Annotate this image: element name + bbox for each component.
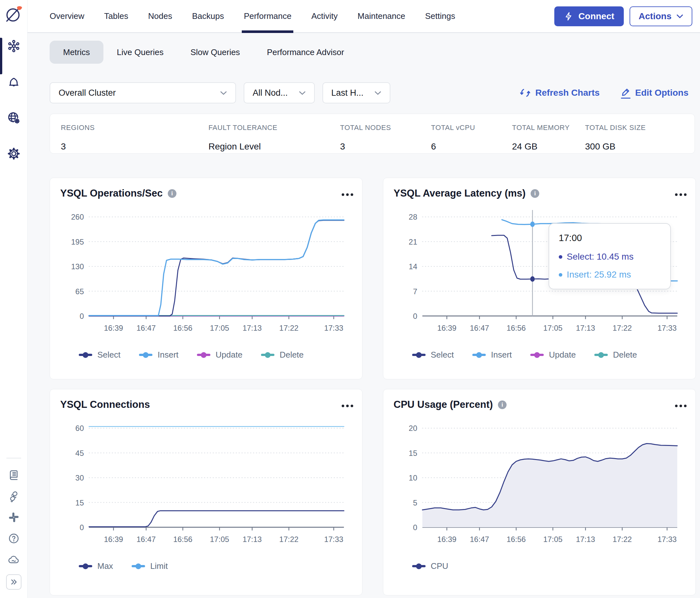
nodes-select-dropdown[interactable]: All Nod... <box>244 82 315 103</box>
tooltip-entry-text: Insert: 25.92 ms <box>567 269 631 280</box>
refresh-charts-label: Refresh Charts <box>535 88 600 98</box>
legend-label: Update <box>216 350 243 360</box>
subtab-live-queries[interactable]: Live Queries <box>103 41 177 64</box>
subtab-performance-advisor[interactable]: Performance Advisor <box>253 41 357 64</box>
chart-plot-area[interactable]: 0714212816:3916:4716:5617:0517:1317:2217… <box>394 206 685 343</box>
legend-item-delete[interactable]: Delete <box>594 350 637 360</box>
refresh-charts-link[interactable]: Refresh Charts <box>520 87 600 98</box>
actions-button[interactable]: Actions <box>629 6 692 26</box>
tab-settings[interactable]: Settings <box>425 0 455 32</box>
info-icon[interactable] <box>531 189 539 198</box>
chart-plot-area[interactable]: 01530456016:3916:4716:5617:0517:1317:221… <box>60 417 352 554</box>
svg-text:130: 130 <box>71 262 84 271</box>
connect-button[interactable]: Connect <box>554 6 624 26</box>
topbar-actions: Connect Actions <box>554 6 692 26</box>
cluster-select-value: Overall Cluster <box>58 88 116 98</box>
tab-performance[interactable]: Performance <box>244 0 292 32</box>
connect-button-label: Connect <box>578 11 614 22</box>
tab-nodes[interactable]: Nodes <box>148 0 172 32</box>
chart-svg: 06513019526016:3916:4716:5617:0517:1317:… <box>60 206 352 342</box>
chart-menu-button[interactable] <box>343 399 352 413</box>
chevron-down-icon <box>220 91 227 95</box>
tooltip-entry: Insert: 25.92 ms <box>559 269 660 280</box>
svg-text:17:22: 17:22 <box>612 324 632 332</box>
tab-backups[interactable]: Backups <box>192 0 224 32</box>
sidebar-expand-button[interactable] <box>6 574 22 590</box>
legend-item-limit[interactable]: Limit <box>132 561 168 571</box>
stat-value: 3 <box>61 141 208 152</box>
tab-maintenance[interactable]: Maintenance <box>358 0 405 32</box>
docs-book-icon[interactable] <box>7 469 20 482</box>
info-icon[interactable] <box>498 400 506 409</box>
settings-gear-icon[interactable] <box>7 147 21 161</box>
legend-item-insert[interactable]: Insert <box>139 350 178 360</box>
chart-menu-button[interactable] <box>676 399 685 413</box>
chart-legend: CPU <box>394 561 685 571</box>
lightning-icon <box>564 11 574 21</box>
legend-item-update[interactable]: Update <box>530 350 576 360</box>
legend-item-cpu[interactable]: CPU <box>412 561 448 571</box>
chart-menu-button[interactable] <box>343 188 352 202</box>
legend-marker-icon <box>594 354 608 356</box>
svg-text:0: 0 <box>80 523 84 532</box>
notifications-bell-icon[interactable] <box>7 75 21 89</box>
series-dot-icon <box>559 273 562 277</box>
chart-legend: MaxLimit <box>60 561 352 571</box>
legend-label: Select <box>431 350 454 360</box>
refresh-icon <box>520 87 531 98</box>
chart-title: YSQL Average Latency (ms) <box>394 188 539 199</box>
tab-tables[interactable]: Tables <box>104 0 128 32</box>
network-globe-gear-icon[interactable] <box>7 111 21 125</box>
time-range-dropdown[interactable]: Last H... <box>322 82 391 103</box>
chart-title: CPU Usage (Percent) <box>394 399 506 410</box>
chart-svg: 0510152016:3916:4716:5617:0517:1317:2217… <box>394 417 685 553</box>
svg-text:20: 20 <box>408 424 417 433</box>
integrations-plug-icon[interactable] <box>7 490 20 502</box>
svg-text:14: 14 <box>408 262 417 271</box>
svg-text:17:33: 17:33 <box>657 535 677 544</box>
cloud-status-icon[interactable] <box>7 553 20 566</box>
legend-label: Select <box>97 350 120 360</box>
edit-options-link[interactable]: Edit Options <box>621 87 689 99</box>
legend-item-select[interactable]: Select <box>412 350 454 360</box>
svg-text:17:05: 17:05 <box>544 535 562 544</box>
legend-item-insert[interactable]: Insert <box>472 350 512 360</box>
edit-options-label: Edit Options <box>635 88 689 98</box>
legend-label: Update <box>549 350 576 360</box>
info-icon[interactable] <box>168 189 176 198</box>
legend-label: Max <box>97 561 113 571</box>
legend-item-delete[interactable]: Delete <box>261 350 304 360</box>
subtab-metrics[interactable]: Metrics <box>50 41 103 64</box>
sidebar-active-indicator <box>0 38 2 74</box>
tab-overview[interactable]: Overview <box>50 0 84 32</box>
legend-marker-icon <box>79 565 92 567</box>
legend-item-select[interactable]: Select <box>79 350 120 360</box>
pencil-icon <box>621 87 630 99</box>
chart-menu-button[interactable] <box>676 188 685 202</box>
legend-item-max[interactable]: Max <box>79 561 113 571</box>
chart-plot-area[interactable]: 0510152016:3916:4716:5617:0517:1317:2217… <box>394 417 685 554</box>
subtab-slow-queries[interactable]: Slow Queries <box>177 41 254 64</box>
svg-text:21: 21 <box>408 237 417 246</box>
time-range-value: Last H... <box>331 88 364 98</box>
actions-button-label: Actions <box>639 11 672 22</box>
stat-total-disk-size: TOTAL DISK SIZE300 GB <box>585 124 646 153</box>
yugabyte-logo[interactable] <box>4 4 23 24</box>
card-header: YSQL Operations/Sec <box>60 188 352 202</box>
tooltip-time: 17:00 <box>559 233 660 243</box>
svg-text:16:39: 16:39 <box>437 324 456 332</box>
chart-plot-area[interactable]: 06513019526016:3916:4716:5617:0517:1317:… <box>60 206 352 343</box>
tab-activity[interactable]: Activity <box>311 0 338 32</box>
legend-marker-icon <box>139 354 152 356</box>
slack-icon[interactable] <box>7 511 20 524</box>
legend-marker-icon <box>530 354 544 356</box>
svg-text:195: 195 <box>71 237 84 246</box>
clusters-icon[interactable] <box>7 39 21 53</box>
svg-text:16:39: 16:39 <box>104 324 123 332</box>
svg-text:17:22: 17:22 <box>279 535 298 544</box>
legend-marker-icon <box>132 565 145 567</box>
svg-text:10: 10 <box>408 473 417 482</box>
help-question-icon[interactable] <box>7 532 20 545</box>
legend-item-update[interactable]: Update <box>197 350 243 360</box>
cluster-select-dropdown[interactable]: Overall Cluster <box>50 82 236 103</box>
